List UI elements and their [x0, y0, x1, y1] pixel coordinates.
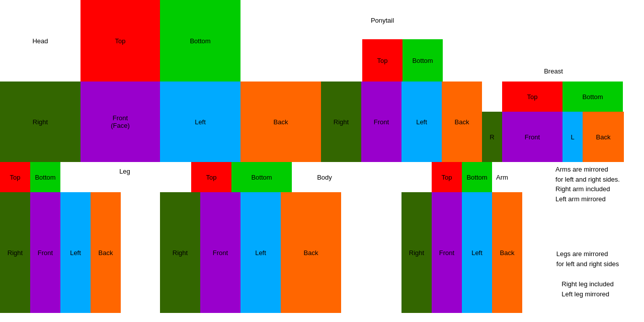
- arms-note: Arms are mirrored for left and right sid…: [532, 162, 643, 232]
- leg2-back-block: Back: [281, 192, 341, 313]
- legs-note: Legs are mirrored for left and right sid…: [532, 247, 643, 277]
- head-bottom-block: Bottom: [160, 0, 240, 82]
- ponytail-label: Ponytail: [322, 0, 443, 40]
- arm-right-block: Right: [401, 192, 432, 313]
- leg1-right-block: Right: [0, 192, 30, 313]
- breast-bottom-block: Bottom: [562, 82, 623, 112]
- breast-r-block: R: [482, 112, 502, 162]
- leg2-right-block: Right: [160, 192, 200, 313]
- leg2-top-block: Top: [191, 162, 231, 192]
- ponytail-left-block: Left: [401, 82, 442, 162]
- breast-l-block: L: [562, 112, 583, 162]
- leg-label: Leg: [90, 162, 160, 180]
- right-leg-note: Right leg included Left leg mirrored: [532, 277, 643, 307]
- ponytail-front-block: Front: [361, 82, 401, 162]
- ponytail-right-block: Right: [321, 82, 361, 162]
- arm-left-block: Left: [462, 192, 492, 313]
- leg1-left-block: Left: [60, 192, 91, 313]
- arm-top-block: Top: [432, 162, 462, 192]
- body-label: Body: [297, 162, 352, 192]
- leg1-top-block: Top: [0, 162, 30, 192]
- leg1-front-block: Front: [30, 192, 60, 313]
- ponytail-top-block: Top: [362, 39, 403, 82]
- leg1-back-block: Back: [91, 192, 121, 313]
- head-front-face-block: Front (Face): [80, 82, 160, 162]
- leg2-front-block: Front: [200, 192, 240, 313]
- leg1-bottom-block: Bottom: [30, 162, 60, 192]
- ponytail-bottom-block: Bottom: [403, 39, 443, 82]
- main-layout: Head Top Bottom Ponytail Top Bottom Brea…: [0, 0, 644, 322]
- leg2-bottom-block: Bottom: [231, 162, 292, 192]
- breast-front-block: Front: [502, 112, 562, 162]
- head-right-block: Right: [0, 82, 80, 162]
- head-top-block: Top: [80, 0, 160, 82]
- breast-back-block: Back: [583, 112, 624, 162]
- arm-bottom-block: Bottom: [462, 162, 492, 192]
- arm-back-block: Back: [492, 192, 522, 313]
- head-back-block: Back: [240, 82, 321, 162]
- breast-top-block: Top: [502, 82, 562, 112]
- head-left-block: Left: [160, 82, 240, 162]
- breast-label: Breast: [483, 60, 624, 82]
- leg2-left-block: Left: [240, 192, 281, 313]
- head-label: Head: [0, 0, 80, 82]
- arm-front-block: Front: [432, 192, 462, 313]
- ponytail-back-block: Back: [442, 82, 482, 162]
